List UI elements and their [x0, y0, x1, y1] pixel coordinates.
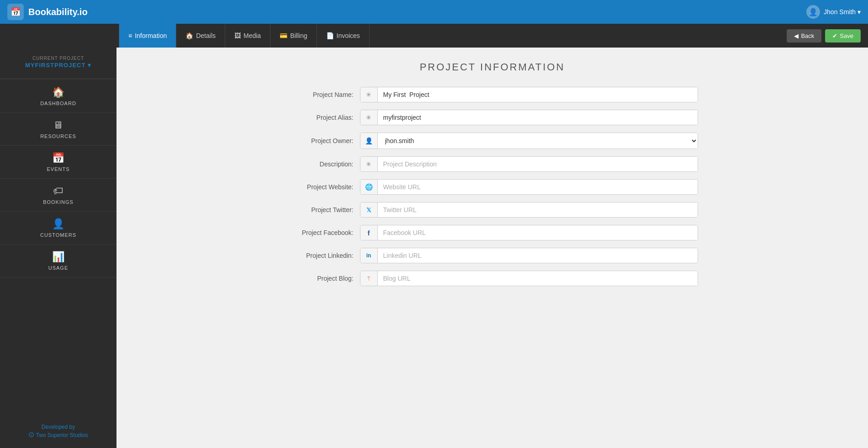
sub-header: ≡ Information 🏠 Details 🖼 Media 💳 Billin… [0, 24, 868, 48]
project-name-label: Project Name: [287, 91, 360, 98]
sidebar-item-resources[interactable]: 🖥 RESOURCES [0, 113, 116, 146]
required-icon-name: ✳ [360, 87, 378, 102]
tab-media[interactable]: 🖼 Media [225, 24, 270, 48]
project-alias-input-wrapper: ✳ [360, 110, 698, 125]
project-alias-row: Project Alias: ✳ [287, 110, 698, 125]
website-label: Project Website: [287, 183, 360, 191]
blog-row: Project Blog: ⍑ [287, 271, 698, 286]
tab-billing-label: Billing [290, 32, 307, 39]
sidebar-item-dashboard-label: DASHBOARD [40, 101, 76, 106]
form-container: Project Name: ✳ Project Alias: ✳ Project… [287, 87, 698, 286]
sidebar-item-events[interactable]: 📅 EVENTS [0, 146, 116, 179]
globe-icon: 🌐 [360, 180, 378, 194]
sidebar-item-events-label: EVENTS [47, 166, 69, 172]
back-label: Back [801, 32, 814, 39]
save-button[interactable]: ✔ Save [825, 29, 861, 43]
page-title: PROJECT INFORMATION [135, 61, 850, 73]
website-row: Project Website: 🌐 [287, 179, 698, 195]
twitter-row: Project Twitter: 𝕏 [287, 202, 698, 218]
project-owner-row: Project Owner: 👤 jhon.smith [287, 133, 698, 149]
sidebar-footer: Developed by ⊙ Two Superior Studios [19, 415, 97, 448]
tab-invoices[interactable]: 📄 Invoices [317, 24, 370, 48]
calendar-icon: 📅 [52, 152, 65, 164]
tab-invoices-label: Invoices [337, 32, 360, 39]
person-icon: 👤 [52, 218, 65, 230]
required-icon-alias: ✳ [360, 110, 378, 125]
website-input-wrapper: 🌐 [360, 179, 698, 195]
current-project-name[interactable]: MYFIRSTPROJECT ▾ [25, 62, 91, 69]
project-name-input[interactable] [378, 87, 698, 102]
current-project-label: CURRENT PROJECT [25, 56, 91, 61]
tab-information-icon: ≡ [128, 32, 132, 39]
linkedin-input[interactable] [378, 248, 698, 263]
monitor-icon: 🖥 [53, 119, 64, 131]
project-owner-select[interactable]: jhon.smith [378, 133, 698, 149]
required-icon-desc: ✳ [360, 157, 378, 171]
project-alias-label: Project Alias: [287, 114, 360, 121]
sidebar-item-usage-label: USAGE [48, 265, 69, 271]
facebook-row: Project Facebook: f [287, 225, 698, 240]
sidebar-item-customers[interactable]: 👤 CUSTOMERS [0, 212, 116, 245]
chart-icon: 📊 [52, 251, 65, 263]
sidebar-item-bookings-label: BOOKINGS [43, 199, 74, 205]
description-row: Description: ✳ [287, 156, 698, 172]
tab-details-label: Details [196, 32, 216, 39]
sidebar: CURRENT PROJECT MYFIRSTPROJECT ▾ 🏠 DASHB… [0, 48, 116, 448]
save-label: Save [840, 32, 853, 39]
tab-media-icon: 🖼 [234, 32, 241, 39]
twitter-label: Project Twitter: [287, 206, 360, 213]
facebook-label: Project Facebook: [287, 229, 360, 236]
sidebar-item-customers-label: CUSTOMERS [40, 232, 76, 238]
save-icon: ✔ [832, 32, 837, 39]
footer-line2: Two Superior Studios [36, 432, 88, 438]
footer-line1: Developed by [42, 424, 75, 430]
tab-billing-icon: 💳 [280, 32, 287, 39]
sidebar-item-usage[interactable]: 📊 USAGE [0, 245, 116, 277]
linkedin-icon: in [360, 248, 378, 263]
project-name-row: Project Name: ✳ [287, 87, 698, 102]
website-input[interactable] [378, 180, 698, 194]
tab-media-label: Media [243, 32, 261, 39]
facebook-icon: f [360, 225, 378, 240]
tab-billing[interactable]: 💳 Billing [270, 24, 317, 48]
sidebar-item-dashboard[interactable]: 🏠 DASHBOARD [0, 80, 116, 113]
brand-icon: 📅 [7, 4, 24, 20]
home-icon: 🏠 [52, 86, 65, 98]
brand[interactable]: 📅 Bookability.io [7, 4, 88, 20]
user-icon: 👤 [806, 5, 820, 19]
blog-input[interactable] [378, 271, 698, 286]
back-button[interactable]: ◀ Back [787, 29, 821, 43]
user-area[interactable]: 👤 Jhon Smith ▾ [806, 5, 861, 19]
tab-details[interactable]: 🏠 Details [176, 24, 225, 48]
twitter-input[interactable] [378, 203, 698, 217]
tab-details-icon: 🏠 [185, 32, 193, 39]
back-icon: ◀ [794, 32, 799, 39]
twitter-input-wrapper: 𝕏 [360, 202, 698, 218]
tab-information-label: Information [135, 32, 167, 39]
tag-icon: 🏷 [53, 185, 64, 197]
tab-information[interactable]: ≡ Information [119, 24, 176, 48]
rss-icon: ⍑ [360, 271, 378, 286]
twitter-icon: 𝕏 [360, 203, 378, 217]
main-content: PROJECT INFORMATION Project Name: ✳ Proj… [116, 48, 868, 448]
linkedin-label: Project Linkedin: [287, 252, 360, 259]
top-header: 📅 Bookability.io 👤 Jhon Smith ▾ [0, 0, 868, 24]
user-label: Jhon Smith ▾ [824, 8, 861, 16]
sidebar-item-resources-label: RESOURCES [40, 133, 76, 139]
facebook-input[interactable] [378, 225, 698, 240]
project-owner-input-wrapper: 👤 jhon.smith [360, 133, 698, 149]
sidebar-item-bookings[interactable]: 🏷 BOOKINGS [0, 179, 116, 212]
blog-input-wrapper: ⍑ [360, 271, 698, 286]
description-input-wrapper: ✳ [360, 156, 698, 172]
tab-actions: ◀ Back ✔ Save [787, 29, 868, 43]
person-owner-icon: 👤 [360, 133, 378, 149]
linkedin-input-wrapper: in [360, 248, 698, 263]
blog-label: Project Blog: [287, 275, 360, 282]
linkedin-row: Project Linkedin: in [287, 248, 698, 263]
sidebar-divider [0, 79, 116, 79]
brand-name: Bookability.io [28, 7, 88, 17]
description-input[interactable] [378, 157, 698, 171]
project-alias-input[interactable] [378, 110, 698, 125]
project-name-input-wrapper: ✳ [360, 87, 698, 102]
project-owner-label: Project Owner: [287, 137, 360, 144]
